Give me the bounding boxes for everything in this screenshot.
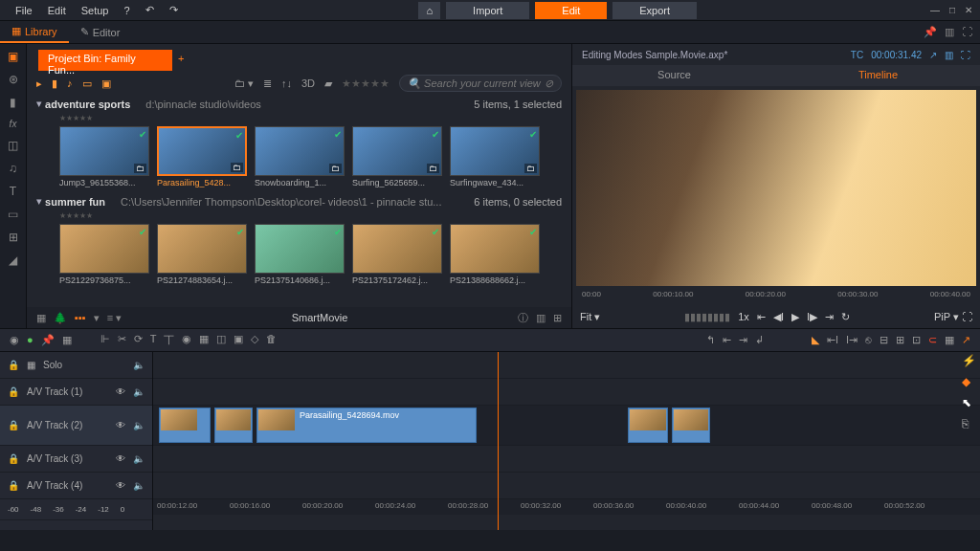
time-ruler[interactable]: 00:00:12.00 00:00:16.00 00:00:20.00 00:0… [153, 499, 980, 515]
menu-setup[interactable]: Setup [74, 3, 117, 18]
tl-panel-icon[interactable]: ▦ [199, 333, 209, 347]
tl-disc-icon[interactable]: ◉ [182, 333, 191, 347]
tl-split-icon[interactable]: ✂ [118, 333, 126, 347]
clear-search-icon[interactable]: ⊘ [545, 77, 553, 90]
track-area[interactable]: Parasailing_5428694.mov 00:00:12.00 00:0… [153, 352, 980, 530]
maximize-icon[interactable]: □ [949, 5, 955, 15]
tl-trim-icon[interactable]: ⊩ [100, 333, 110, 347]
lock-icon[interactable]: 🔒 [8, 453, 19, 464]
edge-cursor-icon[interactable]: ⬉ [962, 396, 976, 409]
tl-pin-icon[interactable]: 📌 [41, 334, 55, 346]
edge-copy-icon[interactable]: ⎘ [962, 417, 976, 430]
tl-del-icon[interactable]: 🗑 [266, 333, 277, 347]
track-head-4[interactable]: 🔒A/V Track (4)👁🔈 [0, 473, 152, 499]
tl-opts-icon[interactable]: ↗ [962, 334, 970, 346]
filter-all-icon[interactable]: ▸ [36, 77, 42, 90]
audio-icon[interactable]: ◢ [9, 253, 17, 267]
collapse-icon[interactable]: ▾ [36, 195, 42, 208]
tl-over-icon[interactable]: ⊡ [912, 334, 921, 346]
sort-icon[interactable]: ≣ [263, 77, 272, 90]
track-1[interactable] [153, 379, 980, 406]
tag-icon[interactable]: ▰ [324, 77, 332, 90]
tab-source[interactable]: Source [572, 65, 776, 86]
tab-library[interactable]: ▦ Library [0, 21, 69, 43]
montage-icon[interactable]: ⊞ [9, 231, 18, 244]
tl-marker-icon[interactable]: ◉ [10, 334, 19, 346]
rating-filter[interactable]: ★★★★★ [342, 77, 390, 90]
clapper-icon[interactable]: ▮ [10, 96, 16, 109]
project-bin-tab[interactable]: Project Bin: Family Fun... [38, 50, 172, 71]
3d-toggle[interactable]: 3D [301, 77, 315, 89]
view-thumb-icon[interactable]: ▦ [36, 312, 46, 324]
timeline-clip[interactable]: Parasailing_5428694.mov [256, 408, 477, 443]
tl-in-icon[interactable]: ⇤ [723, 334, 731, 346]
timeline-clip[interactable] [628, 408, 668, 443]
track-head-3[interactable]: 🔒A/V Track (3)👁🔈 [0, 446, 152, 473]
speed-label[interactable]: 1x [738, 311, 749, 322]
eye-icon[interactable]: 👁 [116, 480, 125, 491]
preview-timeruler[interactable]: 00:0000:00:10.0000:00:20.0000:00:30.0000… [572, 290, 980, 305]
minimize-icon[interactable]: — [930, 5, 940, 15]
pin-icon[interactable]: 📌 [924, 26, 937, 38]
scene-icon[interactable]: ▥ [536, 312, 546, 324]
export-button[interactable]: Export [612, 2, 697, 19]
corrections-icon[interactable]: ⊞ [553, 312, 562, 324]
import-button[interactable]: Import [446, 2, 529, 19]
tl-title-icon[interactable]: T [150, 333, 157, 347]
sortdir-icon[interactable]: ↑↓ [281, 77, 292, 89]
track-head-2[interactable]: 🔒A/V Track (2)👁🔈 [0, 406, 152, 446]
track-3[interactable] [153, 446, 980, 473]
track-2[interactable]: Parasailing_5428694.mov [153, 406, 980, 446]
step-back-icon[interactable]: ◀I [773, 311, 784, 323]
lock-icon[interactable]: 🔒 [8, 420, 19, 430]
tab-timeline[interactable]: Timeline [776, 65, 980, 86]
timeline-clip[interactable] [159, 408, 211, 443]
info-icon[interactable]: ⓘ [518, 311, 528, 325]
view-tree-icon[interactable]: 🌲 [54, 312, 67, 324]
tab-editor[interactable]: ✎ Editor [69, 22, 132, 42]
close-icon[interactable]: ✕ [965, 5, 972, 15]
step-fwd-icon[interactable]: I▶ [807, 311, 817, 323]
image-icon[interactable]: ▭ [8, 208, 18, 221]
tl-mode-icon[interactable]: ▦ [945, 334, 954, 346]
play-icon[interactable]: ▶ [791, 311, 799, 323]
tl-render-icon[interactable]: ◫ [216, 333, 226, 347]
fit-dropdown[interactable]: Fit ▾ [580, 311, 600, 323]
panel-icon[interactable]: ▥ [945, 26, 954, 38]
tl-green-icon[interactable]: ● [27, 334, 33, 346]
snapshot-icon[interactable]: ▾ [953, 311, 959, 322]
tl-slip-icon[interactable]: ⟳ [134, 333, 143, 347]
view-list-icon[interactable]: ≡ ▾ [107, 312, 122, 324]
smartmovie-button[interactable]: SmartMovie [129, 312, 510, 323]
tl-out-icon[interactable]: ⇥ [739, 334, 747, 346]
clip-thumb[interactable]: ✔🗀Parasailing_5428... [157, 126, 247, 187]
tl-goout-icon[interactable]: I⇥ [846, 334, 858, 346]
lock-icon[interactable]: 🔒 [8, 386, 19, 397]
tl-magnet-icon[interactable]: ⊂ [928, 334, 937, 346]
edit-button[interactable]: Edit [535, 2, 607, 19]
track-4[interactable] [153, 473, 980, 499]
tl-cut-icon[interactable]: ⊟ [880, 334, 888, 346]
clip-thumb[interactable]: ✔PS21388688662.j... [450, 224, 540, 285]
video-viewer[interactable] [576, 90, 976, 286]
help-icon[interactable]: ? [116, 3, 137, 18]
view-grid-icon[interactable]: ▪▪▪ [75, 312, 86, 323]
tl-goin-icon[interactable]: ⇤I [827, 334, 838, 346]
clip-thumb[interactable]: ✔🗀Snowboarding_1... [255, 126, 345, 187]
track-head-1[interactable]: 🔒A/V Track (1)👁🔈 [0, 379, 152, 406]
pip-button[interactable]: PiP [934, 311, 950, 322]
timeline-clip[interactable] [672, 408, 710, 443]
tl-3d-icon[interactable]: 丅 [164, 333, 174, 347]
bin-icon[interactable]: ▣ [8, 50, 18, 63]
redo-icon[interactable]: ↷ [162, 2, 186, 18]
collapse-icon[interactable]: ▾ [36, 98, 42, 110]
eye-icon[interactable]: 👁 [116, 386, 125, 397]
clip-thumb[interactable]: ✔🗀Surfingwave_434... [450, 126, 540, 187]
clip-thumb[interactable]: ✔PS21274883654.j... [157, 224, 247, 285]
tl-group-icon[interactable]: ▣ [234, 333, 243, 347]
dual-icon[interactable]: ▥ [945, 50, 953, 60]
tl-kf-icon[interactable]: ◇ [251, 333, 258, 347]
group-header-1[interactable]: ▾ adventure sports d:\pinnacle studio\vi… [27, 94, 571, 114]
music-icon[interactable]: ♫ [9, 162, 17, 175]
playhead[interactable] [498, 352, 499, 530]
